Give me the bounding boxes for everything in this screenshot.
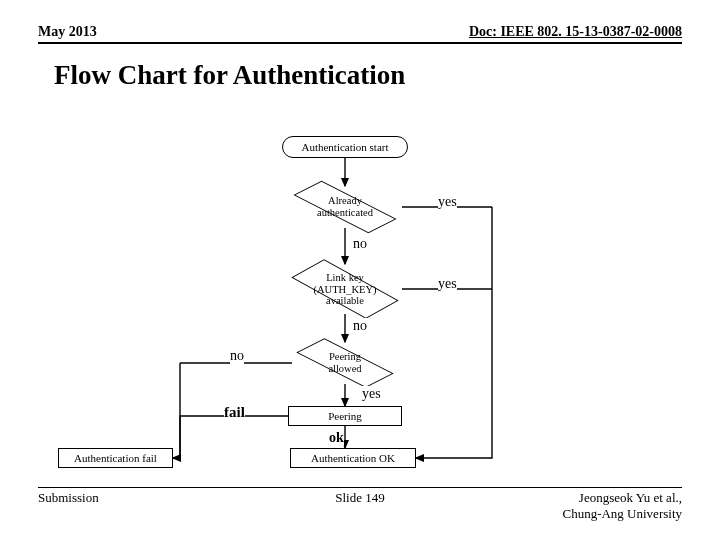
header-doc: Doc: IEEE 802. 15-13-0387-02-0008 <box>469 24 682 40</box>
node-peering-label: Peering <box>328 410 362 423</box>
node-peering-allowed-label: Peering allowed <box>328 351 361 374</box>
node-start-label: Authentication start <box>301 141 388 154</box>
node-auth-fail: Authentication fail <box>58 448 173 468</box>
node-peering: Peering <box>288 406 402 426</box>
node-auth-ok: Authentication OK <box>290 448 416 468</box>
header-date: May 2013 <box>38 24 97 40</box>
label-yes-2: yes <box>438 276 457 292</box>
label-yes-1: yes <box>438 194 457 210</box>
footer-center: Slide 149 <box>38 490 682 506</box>
label-no-1: no <box>353 236 367 252</box>
slide-footer: Submission Slide 149 Jeongseok Yu et al.… <box>38 487 682 522</box>
node-auth-ok-label: Authentication OK <box>311 452 395 465</box>
node-auth-fail-label: Authentication fail <box>74 452 157 465</box>
label-no-3: no <box>230 348 244 364</box>
label-yes-3: yes <box>362 386 381 402</box>
label-no-2: no <box>353 318 367 334</box>
node-already-label: Already authenticated <box>317 195 373 218</box>
slide-header: May 2013 Doc: IEEE 802. 15-13-0387-02-00… <box>38 24 682 44</box>
node-linkkey-label: Link key (AUTH_KEY) available <box>314 272 377 307</box>
footer-right-line2: Chung-Ang University <box>562 506 682 521</box>
label-ok: ok <box>329 430 344 446</box>
page-title: Flow Chart for Authentication <box>54 60 405 91</box>
label-fail: fail <box>224 404 245 421</box>
node-start: Authentication start <box>282 136 408 158</box>
